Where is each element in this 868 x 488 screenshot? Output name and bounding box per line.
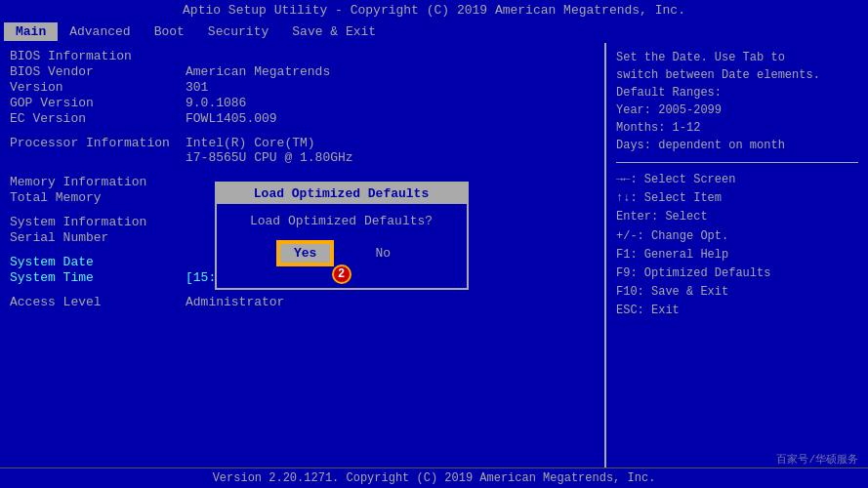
key-esc: ESC: Exit (616, 302, 858, 320)
version-value: 301 (186, 80, 208, 95)
gop-version-value: 9.0.1086 (186, 96, 246, 110)
ec-version-row: EC Version FOWL1405.009 (10, 111, 595, 126)
yes-button[interactable]: Yes (278, 242, 332, 264)
access-level-value: Administrator (186, 295, 284, 309)
system-date-label: System Date (10, 255, 186, 269)
access-level-group: Access Level Administrator (10, 295, 595, 309)
menu-item-save-exit[interactable]: Save & Exit (280, 22, 388, 41)
help-line-4: Year: 2005-2099 (616, 102, 858, 119)
content-area: BIOS Information BIOS Vendor American Me… (0, 43, 868, 468)
menu-bar: Main Advanced Boot Security Save & Exit (0, 20, 868, 43)
menu-item-advanced[interactable]: Advanced (58, 22, 142, 41)
help-line-1: Set the Date. Use Tab to (616, 49, 858, 66)
menu-item-security[interactable]: Security (196, 22, 280, 41)
processor-label: Processor Information (10, 136, 186, 165)
title-bar: Aptio Setup Utility - Copyright (C) 2019… (0, 0, 868, 20)
badge-number: 2 (332, 264, 351, 284)
key-select-screen: →←: Select Screen (616, 171, 858, 189)
bottom-bar-text: Version 2.20.1271. Copyright (C) 2019 Am… (213, 471, 656, 485)
system-time-label: System Time (10, 270, 186, 285)
watermark: 百家号/华硕服务 (776, 452, 858, 467)
key-f10: F10: Save & Exit (616, 283, 858, 302)
bios-info-group: BIOS Information BIOS Vendor American Me… (10, 49, 595, 126)
dialog-message: Load Optimized Defaults? (236, 214, 447, 228)
ec-version-value: FOWL1405.009 (186, 111, 277, 126)
serial-number-label: Serial Number (10, 230, 186, 245)
dialog-buttons: Yes No (236, 242, 447, 264)
processor-info-group: Processor Information Intel(R) Core(TM) … (10, 136, 595, 165)
menu-item-boot[interactable]: Boot (143, 22, 196, 41)
bios-screen: Aptio Setup Utility - Copyright (C) 2019… (0, 0, 868, 488)
help-line-5: Months: 1-12 (616, 119, 858, 137)
access-level-label: Access Level (10, 295, 186, 309)
version-row: Version 301 (10, 80, 595, 95)
help-line-3: Default Ranges: (616, 84, 858, 102)
left-panel: BIOS Information BIOS Vendor American Me… (0, 43, 604, 468)
no-button[interactable]: No (361, 242, 404, 264)
gop-version-label: GOP Version (10, 96, 186, 110)
key-change-opt: +/-: Change Opt. (616, 227, 858, 246)
bottom-bar: Version 2.20.1271. Copyright (C) 2019 Am… (0, 468, 868, 488)
key-help: →←: Select Screen ↑↓: Select Item Enter:… (616, 171, 858, 321)
processor-row: Processor Information Intel(R) Core(TM) … (10, 136, 595, 165)
help-line-2: switch between Date elements. (616, 66, 858, 84)
right-panel: Set the Date. Use Tab to switch between … (604, 43, 868, 468)
divider (616, 162, 858, 163)
bios-info-header-row: BIOS Information (10, 49, 595, 63)
help-text: Set the Date. Use Tab to switch between … (616, 49, 858, 154)
gop-version-row: GOP Version 9.0.1086 (10, 96, 595, 110)
bios-vendor-label: BIOS Vendor (10, 64, 186, 79)
key-f9: F9: Optimized Defaults (616, 264, 858, 283)
menu-item-main[interactable]: Main (4, 22, 58, 41)
load-defaults-dialog: Load Optimized Defaults Load Optimized D… (215, 182, 469, 290)
key-select-item: ↑↓: Select Item (616, 189, 858, 208)
processor-value-1: Intel(R) Core(TM) (186, 136, 353, 150)
system-info-label: System Information (10, 215, 186, 229)
memory-info-label: Memory Information (10, 175, 186, 189)
version-label: Version (10, 80, 186, 95)
bios-vendor-row: BIOS Vendor American Megatrends (10, 64, 595, 79)
bios-info-label: BIOS Information (10, 49, 186, 63)
key-f1: F1: General Help (616, 246, 858, 264)
total-memory-label: Total Memory (10, 190, 186, 205)
processor-value-2: i7-8565U CPU @ 1.80GHz (186, 150, 353, 165)
title-text: Aptio Setup Utility - Copyright (C) 2019… (183, 3, 685, 18)
help-line-6: Days: dependent on month (616, 137, 858, 154)
key-enter: Enter: Select (616, 208, 858, 226)
ec-version-label: EC Version (10, 111, 186, 126)
dialog-title: Load Optimized Defaults (217, 183, 467, 204)
bios-vendor-value: American Megatrends (186, 64, 330, 79)
access-level-row: Access Level Administrator (10, 295, 595, 309)
